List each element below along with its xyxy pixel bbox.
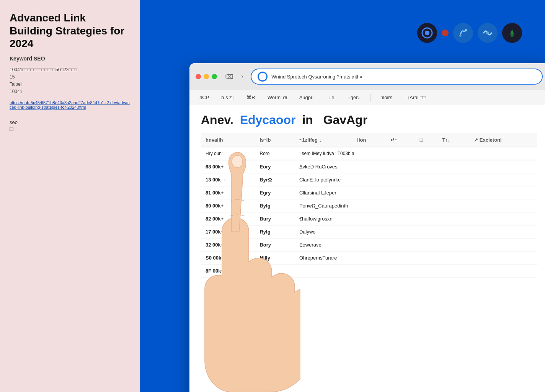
heading-part3: in: [302, 113, 313, 127]
toolbar-item-worm[interactable]: Worm↑di: [265, 93, 289, 102]
volume-4: 80 00k+: [201, 199, 255, 212]
volume-3: 81 00k+: [201, 186, 255, 199]
address-text[interactable]: Wnind Sprotech Qvsarroning ?mats αίtl »: [271, 74, 536, 80]
browser-chrome: ⌫ › Wnind Sprotech Qvsarroning ?mats αίt…: [189, 63, 545, 90]
keyword-4: PonwΩ_Caurapedinth: [295, 199, 537, 212]
volume-9: 8F 00k+: [201, 265, 255, 278]
sidebar-meta: 10041□□□□□□□□□□□□50□22□□□ 15 Taipei 1004…: [10, 66, 130, 96]
table-row: 80 00k+ Bylg PonwΩ_Caurapedinth: [201, 199, 537, 212]
toolbar-item-2[interactable]: b s z↑: [219, 93, 237, 102]
browser-toolbar: 4CP b s z↑ ⌘R Worm↑di Augpr ↑ Tē Tiger↓ …: [189, 90, 545, 105]
table-header-row: hnvalih ls↑lb ~1zlifeg ↓ lion ↵↑ □ T↑↓ ↗…: [201, 133, 537, 147]
nav-forward-icon[interactable]: ›: [239, 72, 245, 81]
th-lion[interactable]: lion: [352, 133, 386, 147]
table-body: 68 00k+ Eory ΔvkeD RuCroves 13 00k→ ByrΩ…: [201, 160, 537, 278]
app-icons-group: [417, 23, 522, 43]
table-row: 8F 00k+: [201, 265, 537, 278]
kd-2: ByrΩ: [255, 173, 294, 186]
heading-part1: Anev.: [201, 113, 233, 127]
toolbar-item-tiger[interactable]: Tiger↓: [344, 93, 362, 102]
kd-1: Eory: [255, 160, 294, 173]
th-t[interactable]: T↑↓: [437, 133, 469, 147]
browser-window: ⌫ › Wnind Sprotech Qvsarroning ?mats αίt…: [189, 63, 545, 392]
app-icon-1[interactable]: [417, 23, 437, 43]
th-box[interactable]: □: [415, 133, 438, 147]
meta-city: Taipei: [10, 82, 21, 87]
toolbar-item-augpr[interactable]: Augpr: [297, 93, 315, 102]
app-icon-3[interactable]: [478, 23, 498, 43]
th-lstb[interactable]: ls↑lb: [255, 133, 294, 147]
th-excietoni[interactable]: ↗ Excietoni: [469, 133, 537, 147]
volume-2: 13 00k→: [201, 173, 255, 186]
nav-back-icon[interactable]: ⌫: [222, 72, 236, 81]
table-row: 17 00k+ Rylg Dalywo: [201, 225, 537, 238]
sidebar: Advanced Link Building Strategies for 20…: [0, 0, 140, 392]
kd-8: Nilly: [255, 252, 294, 265]
subh-roro: Roro: [255, 147, 294, 160]
meta-line1: 10041□□□□□□□□□□□□50□22□□□: [10, 67, 77, 72]
table-row: 68 00k+ Eory ΔvkeD RuCroves: [201, 160, 537, 173]
meta-zip: 10041: [10, 89, 22, 94]
subh-isem: I sem IMey iudya↑ T003b a: [295, 147, 537, 160]
keyword-1: ΔvkeD RuCroves: [295, 160, 537, 173]
keyword-9: [295, 265, 537, 278]
toolbar-item-aral[interactable]: ↑↓Aral □□: [402, 93, 428, 102]
svg-point-3: [459, 34, 462, 37]
th-arrow[interactable]: ↵↑: [386, 133, 415, 147]
sidebar-url[interactable]: https://pub-5c454f571b8e40a3a2aad27ade84…: [10, 100, 130, 109]
kd-5: Bury: [255, 212, 294, 225]
svg-point-2: [465, 29, 467, 31]
page-heading: Anev. Edycaoor in GavAgr: [201, 113, 537, 127]
page-title: Advanced Link Building Strategies for 20…: [10, 11, 130, 50]
sidebar-subtitle: Keyword SEO: [10, 56, 130, 62]
toolbar-item-3[interactable]: ⌘R: [244, 93, 257, 102]
keyword-8: OhrepemsTurare: [295, 252, 537, 265]
app-icon-4[interactable]: [502, 23, 522, 43]
heading-part4: GavAgr: [323, 113, 367, 127]
volume-5: 82 00k+: [201, 212, 255, 225]
sidebar-tag: seo: [10, 119, 18, 125]
toolbar-divider: [370, 94, 370, 101]
traffic-light-green[interactable]: [212, 74, 217, 79]
svg-point-4: [486, 31, 489, 34]
volume-6: 17 00k+: [201, 225, 255, 238]
volume-7: 32 00k+: [201, 238, 255, 252]
traffic-light-yellow[interactable]: [204, 74, 209, 79]
app-icon-dot: [442, 29, 449, 36]
keyword-5: €halfowigrosxn: [295, 212, 537, 225]
volume-1: 68 00k+: [201, 160, 255, 173]
table-row: 32 00k+ Bory Eowerave: [201, 238, 537, 252]
toolbar-item-1[interactable]: 4CP: [197, 93, 211, 102]
browser-nav[interactable]: ⌫ ›: [222, 72, 245, 81]
table-row: 82 00k+ Bury €halfowigrosxn: [201, 212, 537, 225]
svg-point-5: [511, 34, 514, 37]
table-row: 13 00k→ ByrΩ ClanE↓lo ptolynrke: [201, 173, 537, 186]
keyword-6: Dalywo: [295, 225, 537, 238]
main-area: ⌫ › Wnind Sprotech Qvsarroning ?mats αίt…: [140, 0, 545, 392]
th-hnvalih[interactable]: hnvalih: [201, 133, 255, 147]
traffic-light-red[interactable]: [196, 74, 201, 79]
th-1zlifeg[interactable]: ~1zlifeg ↓: [295, 133, 352, 147]
data-table: hnvalih ls↑lb ~1zlifeg ↓ lion ↵↑ □ T↑↓ ↗…: [201, 133, 537, 278]
address-bar[interactable]: Wnind Sprotech Qvsarroning ?mats αίtl »: [251, 69, 543, 85]
meta-line2: 15: [10, 74, 15, 80]
toolbar-item-te[interactable]: ↑ Tē: [322, 93, 336, 102]
subh-hryoun: Hry oun↑: [201, 147, 255, 160]
table-row: 81 00k+ Egry Cllarsinal LJeper: [201, 186, 537, 199]
browser-content: Anev. Edycaoor in GavAgr hnvalih ls↑lb ~…: [189, 105, 545, 392]
kd-7: Bory: [255, 238, 294, 252]
keyword-2: ClanE↓lo ptolynrke: [295, 173, 537, 186]
table-subheader-row: Hry oun↑ Roro I sem IMey iudya↑ T003b a: [201, 147, 537, 160]
keyword-3: Cllarsinal LJeper: [295, 186, 537, 199]
kd-6: Rylg: [255, 225, 294, 238]
keyword-7: Eowerave: [295, 238, 537, 252]
toolbar-item-nloirs[interactable]: nloirs: [378, 93, 395, 102]
table-row: S0 00k+ Nilly OhrepemsTurare: [201, 252, 537, 265]
svg-point-1: [425, 31, 429, 35]
volume-8: S0 00k+: [201, 252, 255, 265]
kd-9: [255, 265, 294, 278]
kd-4: Bylg: [255, 199, 294, 212]
sidebar-tag-icon: □: [10, 126, 13, 132]
app-icon-2[interactable]: [453, 23, 473, 43]
kd-3: Egry: [255, 186, 294, 199]
